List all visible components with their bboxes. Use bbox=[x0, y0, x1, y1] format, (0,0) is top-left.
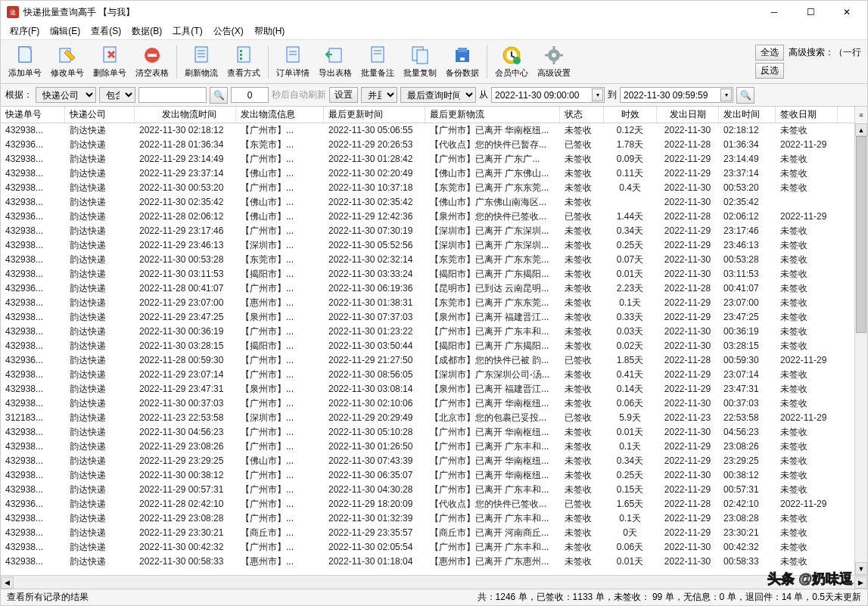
settings-button[interactable]: 设置 bbox=[329, 87, 358, 103]
table-row[interactable]: 432938...韵达快递2022-11-29 23:30:21【商丘市】...… bbox=[1, 526, 867, 540]
table-row[interactable]: 432938...韵达快递2022-11-29 23:46:13【深圳市】...… bbox=[1, 238, 867, 253]
detail-button[interactable]: 订单详情 bbox=[272, 42, 314, 82]
column-header[interactable]: 发出日期 bbox=[657, 107, 719, 123]
filter-search-button[interactable]: 🔍 bbox=[736, 87, 754, 104]
cell: 2022-11-28 bbox=[657, 353, 719, 368]
table-row[interactable]: 432938...韵达快递2022-11-29 23:14:49【广州市】...… bbox=[1, 152, 867, 166]
table-row[interactable]: 432938...韵达快递2022-11-29 23:29:25【佛山市】...… bbox=[1, 454, 867, 468]
root-combo[interactable]: 快递公司 bbox=[36, 87, 96, 103]
close-button[interactable]: ✕ bbox=[829, 2, 864, 23]
minimize-button[interactable]: ─ bbox=[757, 2, 792, 23]
add-button[interactable]: 添加单号 bbox=[4, 42, 46, 82]
column-header[interactable]: 状态 bbox=[560, 107, 604, 123]
cell: 2022-11-29 23:35:57 bbox=[324, 526, 425, 540]
cell: 韵达快递 bbox=[65, 181, 135, 195]
menu-item[interactable]: 查看(S) bbox=[86, 24, 126, 39]
column-header[interactable]: 签收日期 bbox=[776, 107, 838, 123]
column-picker-icon[interactable]: ≡ bbox=[854, 107, 867, 123]
cell: 03:28:15 bbox=[719, 339, 776, 353]
scroll-left-icon[interactable]: ◀ bbox=[1, 576, 14, 589]
edit-button[interactable]: 修改单号 bbox=[46, 42, 89, 82]
table-row[interactable]: 432938...韵达快递2022-11-30 00:36:19【广州市】...… bbox=[1, 325, 867, 339]
table-row[interactable]: 432938...韵达快递2022-11-29 23:37:14【佛山市】...… bbox=[1, 166, 867, 181]
chevron-down-icon[interactable]: ▾ bbox=[720, 89, 732, 101]
column-header[interactable]: 最后更新时间 bbox=[324, 107, 425, 123]
vertical-scrollbar[interactable]: ▲ ▼ bbox=[854, 123, 867, 575]
timefield-combo[interactable]: 最后查询时间 bbox=[400, 87, 476, 103]
table-row[interactable]: 432938...韵达快递2022-11-30 03:28:15【揭阳市】...… bbox=[1, 339, 867, 353]
column-header[interactable]: 发出物流信息 bbox=[236, 107, 324, 123]
batchnote-button[interactable]: 批量备注 bbox=[356, 42, 399, 82]
select-all-button[interactable]: 全选 bbox=[755, 45, 784, 61]
menu-item[interactable]: 公告(X) bbox=[209, 24, 248, 39]
table-row[interactable]: 432938...韵达快递2022-11-29 23:47:31【泉州市】...… bbox=[1, 382, 867, 396]
table-row[interactable]: 432936...韵达快递2022-11-28 00:41:07【广州市】...… bbox=[1, 281, 867, 296]
table-row[interactable]: 432938...韵达快递2022-11-30 00:38:12【广州市】...… bbox=[1, 468, 867, 483]
and-combo[interactable]: 并且 bbox=[361, 87, 397, 103]
viewmode-button[interactable]: 查看方式 bbox=[222, 42, 265, 82]
delete-button[interactable]: 删除单号 bbox=[89, 42, 131, 82]
table-row[interactable]: 432936...韵达快递2022-11-28 01:36:34【东莞市】...… bbox=[1, 138, 867, 152]
counter-input[interactable] bbox=[231, 87, 269, 103]
table-row[interactable]: 432936...韵达快递2022-11-28 02:42:10【广州市】...… bbox=[1, 497, 867, 511]
scroll-thumb[interactable] bbox=[856, 136, 866, 333]
menu-item[interactable]: 帮助(H) bbox=[250, 24, 290, 39]
column-header[interactable]: 时效 bbox=[604, 107, 657, 123]
table-row[interactable]: 432938...韵达快递2022-11-30 04:56:23【广州市】...… bbox=[1, 425, 867, 440]
backup-button[interactable]: 备份数据 bbox=[441, 42, 484, 82]
tool-label: 订单详情 bbox=[276, 67, 310, 79]
table-row[interactable]: 432938...韵达快递2022-11-29 23:07:14【广州市】...… bbox=[1, 368, 867, 382]
search-button[interactable]: 🔍 bbox=[210, 87, 228, 104]
maximize-button[interactable]: ☐ bbox=[793, 2, 828, 23]
table-row[interactable]: 432938...韵达快递2022-11-30 03:11:53【揭阳市】...… bbox=[1, 267, 867, 281]
menu-item[interactable]: 数据(B) bbox=[127, 24, 166, 39]
menu-item[interactable]: 工具(T) bbox=[168, 24, 207, 39]
menu-item[interactable]: 编辑(E) bbox=[45, 24, 85, 39]
table-row[interactable]: 432938...韵达快递2022-11-30 00:58:33【惠州市】...… bbox=[1, 555, 867, 569]
cell: 2022-11-29 bbox=[776, 411, 838, 425]
column-header[interactable]: 发出物流时间 bbox=[135, 107, 236, 123]
table-row[interactable]: 432938...韵达快递2022-11-30 00:37:03【广州市】...… bbox=[1, 396, 867, 411]
column-header[interactable]: 快递单号 bbox=[1, 107, 65, 123]
table-row[interactable]: 432938...韵达快递2022-11-30 02:35:42【佛山市】...… bbox=[1, 195, 867, 210]
table-row[interactable]: 432938...韵达快递2022-11-29 23:08:28【广州市】...… bbox=[1, 511, 867, 526]
table-row[interactable]: 432938...韵达快递2022-11-29 23:08:26【广州市】...… bbox=[1, 440, 867, 454]
table-row[interactable]: 432938...韵达快递2022-11-30 00:53:28【东莞市】...… bbox=[1, 253, 867, 267]
chevron-down-icon[interactable]: ▾ bbox=[592, 89, 603, 101]
table-row[interactable]: 432936...韵达快递2022-11-28 00:59:30【广州市】...… bbox=[1, 353, 867, 368]
to-date-input[interactable] bbox=[620, 87, 733, 103]
scroll-up-icon[interactable]: ▲ bbox=[855, 123, 867, 136]
from-date-input[interactable] bbox=[491, 87, 605, 103]
refresh-button[interactable]: 刷新物流 bbox=[180, 42, 222, 82]
table-row[interactable]: 432938...韵达快递2022-11-29 23:07:00【惠州市】...… bbox=[1, 296, 867, 310]
menu-item[interactable]: 程序(F) bbox=[5, 24, 44, 39]
table-row[interactable]: 432936...韵达快递2022-11-28 02:06:12【佛山市】...… bbox=[1, 210, 867, 224]
scroll-right-icon[interactable]: ▶ bbox=[854, 576, 867, 589]
cell: 00:58:33 bbox=[719, 555, 776, 569]
vip-button[interactable]: 会员中心 bbox=[490, 42, 533, 82]
horizontal-scrollbar[interactable]: ◀ ▶ bbox=[1, 575, 867, 589]
cell: 未签收 bbox=[560, 440, 604, 454]
cell: 2022-11-30 02:35:42 bbox=[135, 195, 236, 210]
match-combo[interactable]: 包含 bbox=[99, 87, 135, 103]
status-left: 查看所有记录的结果 bbox=[7, 591, 89, 604]
advset-button[interactable]: 高级设置 bbox=[533, 42, 575, 82]
column-header[interactable]: 快递公司 bbox=[65, 107, 135, 123]
table-row[interactable]: 432938...韵达快递2022-11-30 00:42:32【广州市】...… bbox=[1, 540, 867, 555]
batchcopy-button[interactable]: 批量复制 bbox=[399, 42, 441, 82]
column-header[interactable]: 最后更新物流 bbox=[425, 107, 560, 123]
column-header[interactable]: 发出时间 bbox=[719, 107, 776, 123]
scroll-down-icon[interactable]: ▼ bbox=[855, 562, 867, 575]
invert-selection-button[interactable]: 反选 bbox=[755, 63, 784, 79]
search-input[interactable] bbox=[138, 87, 207, 103]
export-button[interactable]: 导出表格 bbox=[314, 42, 356, 82]
table-row[interactable]: 432938...韵达快递2022-11-29 00:57:31【广州市】...… bbox=[1, 483, 867, 497]
cell: 23:07:00 bbox=[719, 296, 776, 310]
table-row[interactable]: 432938...韵达快递2022-11-30 00:53:20【广州市】...… bbox=[1, 181, 867, 195]
cell: 23:30:21 bbox=[719, 526, 776, 540]
table-row[interactable]: 432938...韵达快递2022-11-29 23:47:25【泉州市】...… bbox=[1, 310, 867, 325]
table-row[interactable]: 432938...韵达快递2022-11-29 23:17:46【广州市】...… bbox=[1, 224, 867, 238]
table-row[interactable]: 312183...韵达快递2022-11-23 22:53:58【深圳市】...… bbox=[1, 411, 867, 425]
table-row[interactable]: 432938...韵达快递2022-11-30 02:18:12【广州市】...… bbox=[1, 123, 867, 138]
clear-button[interactable]: 清空表格 bbox=[131, 42, 173, 82]
